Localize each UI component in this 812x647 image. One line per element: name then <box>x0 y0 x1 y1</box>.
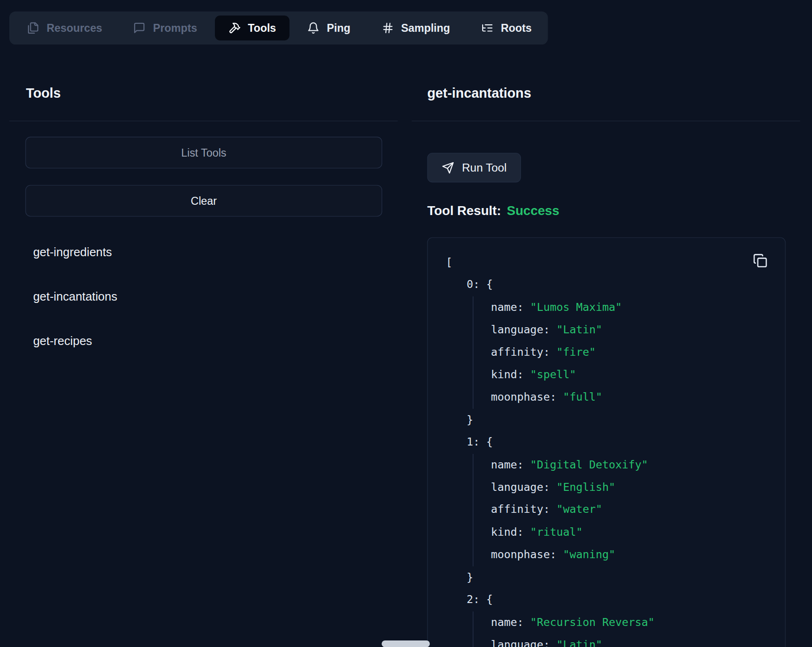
json-entry-header: 2: { <box>446 589 738 611</box>
list-tools-button[interactable]: List Tools <box>25 137 382 169</box>
tools-panel-title: Tools <box>26 86 61 101</box>
json-entry-fields: name: "Digital Detoxify"language: "Engli… <box>473 454 739 567</box>
horizontal-scrollbar-thumb[interactable] <box>382 640 430 647</box>
json-field-value: "Latin" <box>556 638 602 647</box>
json-entry-header: 0: { <box>446 274 738 296</box>
tool-list-item[interactable]: get-ingredients <box>33 245 117 260</box>
json-entry-header: 1: { <box>446 431 738 453</box>
chat-icon <box>133 22 146 35</box>
json-body: [ 0: {name: "Lumos Maxima"language: "Lat… <box>428 238 785 647</box>
tab-bar: ResourcesPromptsToolsPingSamplingRoots <box>9 11 548 44</box>
json-field-value: "full" <box>563 391 602 403</box>
json-field-key: language: <box>491 481 556 494</box>
files-icon <box>27 22 40 35</box>
tab-label: Prompts <box>153 22 197 35</box>
json-field: language: "Latin" <box>491 633 739 647</box>
json-field: moonphase: "full" <box>491 386 739 409</box>
run-tool-button[interactable]: Run Tool <box>427 153 521 182</box>
json-open-bracket: [ <box>446 252 738 274</box>
json-field-key: language: <box>491 324 556 336</box>
app-viewport: ResourcesPromptsToolsPingSamplingRoots T… <box>0 0 812 647</box>
json-entry-close: } <box>446 409 738 431</box>
json-field-key: moonphase: <box>491 548 563 561</box>
hammer-icon <box>228 22 241 35</box>
json-field-value: "spell" <box>530 368 576 381</box>
json-field-value: "ritual" <box>530 526 583 539</box>
tab-tools[interactable]: Tools <box>215 15 290 40</box>
json-field: affinity: "fire" <box>491 341 739 364</box>
json-field-value: "Recursion Reversa" <box>530 616 655 628</box>
tab-label: Roots <box>501 22 532 35</box>
json-field: affinity: "water" <box>491 499 739 521</box>
json-field-key: moonphase: <box>491 391 563 403</box>
json-field-value: "Digital Detoxify" <box>530 459 648 471</box>
result-panel-divider <box>412 121 800 121</box>
json-entry: 2: {name: "Recursion Reversa"language: "… <box>446 589 738 647</box>
tool-list-item[interactable]: get-incantations <box>33 290 117 305</box>
json-entry: 0: {name: "Lumos Maxima"language: "Latin… <box>446 274 738 431</box>
bell-icon <box>307 22 320 35</box>
json-field: kind: "spell" <box>491 364 739 386</box>
tool-list: get-ingredientsget-incantationsget-recip… <box>33 245 117 379</box>
json-field-key: name: <box>491 616 530 628</box>
json-entry-fields: name: "Lumos Maxima"language: "Latin"aff… <box>473 296 739 409</box>
copy-result-button[interactable] <box>753 253 768 268</box>
tab-label: Tools <box>248 22 276 35</box>
tools-panel-divider <box>9 121 398 121</box>
json-entry-fields: name: "Recursion Reversa"language: "Lati… <box>473 611 739 647</box>
json-field: moonphase: "waning" <box>491 544 739 566</box>
tab-ping[interactable]: Ping <box>294 15 364 40</box>
json-field-key: name: <box>491 301 530 314</box>
selected-tool-title: get-incantations <box>427 86 531 101</box>
tool-result-status: Success <box>507 203 559 218</box>
json-field: kind: "ritual" <box>491 521 739 544</box>
json-field-key: affinity: <box>491 503 556 516</box>
tab-label: Ping <box>327 22 350 35</box>
json-field: name: "Recursion Reversa" <box>491 611 739 633</box>
json-field: name: "Digital Detoxify" <box>491 454 739 476</box>
json-field-value: "Lumos Maxima" <box>530 301 622 314</box>
json-field-key: affinity: <box>491 346 556 359</box>
json-field: language: "English" <box>491 476 739 499</box>
json-entry-close: } <box>446 566 738 589</box>
json-field-value: "waning" <box>563 548 615 561</box>
run-tool-label: Run Tool <box>462 161 507 174</box>
tool-result-label: Tool Result: <box>427 203 501 218</box>
json-field-key: kind: <box>491 368 530 381</box>
tab-label: Sampling <box>401 22 450 35</box>
hash-icon <box>381 22 394 35</box>
json-result-panel: [ 0: {name: "Lumos Maxima"language: "Lat… <box>427 237 785 647</box>
json-field-value: "water" <box>556 503 602 516</box>
json-field-key: name: <box>491 459 530 471</box>
clear-button[interactable]: Clear <box>25 185 382 217</box>
tab-resources[interactable]: Resources <box>14 15 116 40</box>
json-field: name: "Lumos Maxima" <box>491 296 739 319</box>
json-entry: 1: {name: "Digital Detoxify"language: "E… <box>446 431 738 589</box>
json-field-key: kind: <box>491 526 530 539</box>
tab-label: Resources <box>47 22 102 35</box>
tab-sampling[interactable]: Sampling <box>368 15 464 40</box>
roots-tree-icon <box>481 22 494 35</box>
tab-roots[interactable]: Roots <box>468 15 545 40</box>
send-icon <box>442 161 454 174</box>
tab-prompts[interactable]: Prompts <box>120 15 210 40</box>
json-field-value: "English" <box>556 481 615 494</box>
copy-icon <box>753 253 768 268</box>
tool-list-item[interactable]: get-recipes <box>33 334 117 350</box>
json-field-value: "Latin" <box>556 324 602 336</box>
json-field-key: language: <box>491 638 556 647</box>
json-field-value: "fire" <box>556 346 596 359</box>
json-field: language: "Latin" <box>491 319 739 341</box>
tool-result-line: Tool Result: Success <box>427 203 559 218</box>
